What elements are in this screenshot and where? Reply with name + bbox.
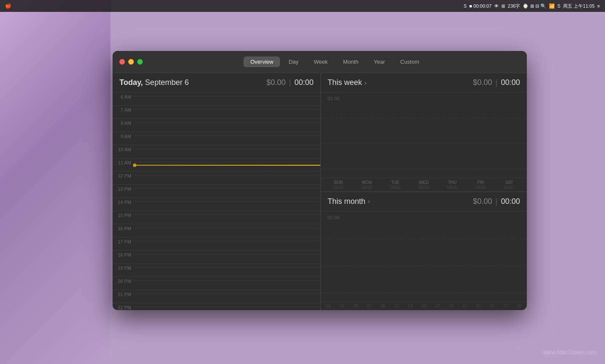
tab-custom[interactable]: Custom: [393, 56, 426, 67]
time-row-19pm: 19 PM: [113, 264, 320, 277]
menubar-timer: ■ 00:00:07: [469, 3, 492, 8]
apple-menu[interactable]: 🍎: [5, 3, 11, 9]
time-line: [135, 267, 320, 268]
time-label-7am: 7 AM: [113, 106, 135, 113]
menubar-app-s: S: [464, 3, 466, 8]
tab-month[interactable]: Month: [336, 56, 365, 67]
time-row-10am: 10 AM: [113, 145, 320, 158]
time-label-15pm: 15 PM: [113, 211, 135, 218]
time-line: [135, 149, 320, 149]
time-row-6am: 6 AM: [113, 93, 320, 106]
month-day-15: 15: [421, 304, 426, 308]
time-line: [135, 96, 320, 96]
week-section: This week › $0.00 | 00:00 01:00: [321, 73, 527, 192]
time-row-13pm: 13 PM: [113, 185, 320, 198]
time-label-9am: 9 AM: [113, 132, 135, 139]
month-title-text: This month: [328, 197, 365, 206]
month-amount: $0.00: [473, 197, 492, 206]
week-day-date-thu: 09/05: [447, 185, 458, 190]
time-line: [135, 122, 320, 123]
month-day-23: 23: [476, 304, 481, 308]
menubar-icons: ⌚ ⊞ ⊟ 🔍: [523, 3, 546, 9]
today-separator: |: [289, 78, 291, 87]
month-day-13: 13: [408, 304, 413, 308]
time-label-22pm: 22 PM: [113, 303, 135, 310]
time-row-20pm: 20 PM: [113, 277, 320, 290]
main-content: Today, September 6 $0.00 | 00:00 6 AM 7 …: [113, 73, 527, 310]
week-day-thu: THU 09/05: [438, 180, 466, 190]
time-label-17pm: 17 PM: [113, 237, 135, 244]
tab-overview[interactable]: Overview: [243, 56, 280, 67]
today-title: Today, September 6: [119, 78, 189, 87]
time-line: [135, 214, 320, 215]
time-row-9am: 9 AM: [113, 132, 320, 145]
week-day-sun: SUN 09/01: [324, 180, 353, 190]
month-stats: $0.00 | 00:00: [473, 197, 520, 206]
tab-week[interactable]: Week: [307, 56, 335, 67]
minimize-button[interactable]: [128, 59, 134, 65]
title-bar: Overview Day Week Month Year Custom: [113, 51, 527, 73]
time-line: [135, 228, 320, 228]
week-chart-area: 01:00: [321, 93, 527, 178]
week-time: 00:00: [501, 78, 520, 87]
month-separator: |: [495, 197, 498, 206]
time-label-14pm: 14 PM: [113, 198, 135, 205]
month-chevron-icon: ›: [368, 198, 370, 205]
month-day-05: 05: [353, 304, 358, 308]
time-label-20pm: 20 PM: [113, 277, 135, 284]
time-row-17pm: 17 PM: [113, 237, 320, 251]
week-day-date-mon: 09/02: [362, 185, 372, 190]
week-amount: $0.00: [473, 78, 492, 87]
menubar-menu: ≡: [597, 3, 600, 8]
menubar-right: S ■ 00:00:07 👁 ⊞ 236字 ⌚ ⊞ ⊟ 🔍 📶 S 周五 上午1…: [464, 3, 600, 9]
maximize-button[interactable]: [137, 59, 143, 65]
time-row-7am: 7 AM: [113, 106, 320, 119]
today-time: 00:00: [294, 78, 314, 87]
today-panel: Today, September 6 $0.00 | 00:00 6 AM 7 …: [113, 73, 321, 310]
time-line: [135, 188, 320, 189]
month-axis: 01 03 05 07 09 11 13 15 17 19 21 23 25 2…: [321, 302, 527, 310]
menubar-grid: ⊞: [501, 3, 505, 9]
week-header: This week › $0.00 | 00:00: [321, 73, 527, 93]
tab-year[interactable]: Year: [367, 56, 392, 67]
month-header: This month › $0.00 | 00:00: [321, 192, 527, 212]
menubar: 🍎 S ■ 00:00:07 👁 ⊞ 236字 ⌚ ⊞ ⊟ 🔍 📶 S 周五 上…: [0, 0, 605, 12]
time-line: [135, 293, 320, 294]
time-label-11am: 11 AM: [113, 158, 135, 165]
menubar-s2: S: [557, 3, 560, 8]
menubar-time: 周五 上午11:05: [563, 3, 595, 9]
week-title[interactable]: This week ›: [328, 78, 367, 87]
week-separator: |: [495, 78, 498, 87]
week-stats: $0.00 | 00:00: [473, 78, 520, 87]
week-day-name-wed: WED: [419, 180, 429, 185]
time-row-12pm: 12 PM: [113, 172, 320, 185]
time-line: [135, 162, 320, 162]
week-day-sat: SAT 09/07: [495, 180, 523, 190]
tab-day[interactable]: Day: [282, 56, 305, 67]
month-day-27: 27: [503, 304, 508, 308]
month-chart-svg: [321, 212, 527, 302]
close-button[interactable]: [119, 59, 125, 65]
today-bold: Today,: [119, 78, 143, 87]
week-day-name-sat: SAT: [505, 180, 513, 185]
week-chart-svg: [321, 93, 527, 178]
month-chart-area: 01:00: [321, 212, 527, 302]
time-label-19pm: 19 PM: [113, 264, 135, 271]
week-day-name-mon: MON: [362, 180, 372, 185]
week-day-date-fri: 09/06: [475, 185, 486, 190]
time-label-13pm: 13 PM: [113, 185, 135, 192]
time-label-10am: 10 AM: [113, 145, 135, 152]
time-row-11am: 11 AM: [113, 158, 320, 172]
week-day-wed: WED 09/04: [410, 180, 438, 190]
time-line: [135, 201, 320, 202]
week-day-name-fri: FRI: [477, 180, 484, 185]
time-line: [135, 307, 320, 307]
background-flowers: [0, 0, 110, 364]
time-label-12pm: 12 PM: [113, 172, 135, 178]
month-title[interactable]: This month ›: [328, 197, 370, 206]
time-label-21pm: 21 PM: [113, 290, 135, 297]
today-stats: $0.00 | 00:00: [266, 78, 314, 87]
week-day-fri: FRI 09/06: [466, 180, 495, 190]
month-day-01: 01: [326, 304, 331, 308]
month-day-25: 25: [490, 304, 495, 308]
